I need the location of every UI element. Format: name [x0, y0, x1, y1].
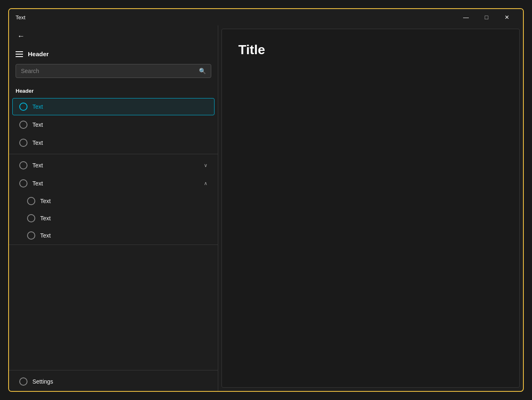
settings-label: Settings [32, 378, 53, 385]
search-box: 🔍 [16, 64, 211, 78]
chevron-down-icon-4: ∨ [204, 162, 208, 168]
app-window: Text — □ ✕ ← Header [8, 8, 524, 392]
sidebar: ← Header 🔍 Header [9, 25, 218, 391]
titlebar: Text — □ ✕ [9, 9, 523, 25]
sub-item-label-3: Text [40, 232, 51, 239]
sub-item-1[interactable]: Text [21, 193, 215, 209]
sub-item-label-2: Text [40, 215, 51, 222]
back-button[interactable]: ← [16, 30, 26, 42]
maximize-button[interactable]: □ [477, 11, 496, 24]
search-icon: 🔍 [199, 68, 206, 74]
main-area: ← Header 🔍 Header [9, 25, 523, 391]
list-item-label-1: Text [32, 103, 43, 110]
content-title: Title [238, 42, 265, 57]
sub-item-2[interactable]: Text [21, 210, 215, 226]
close-button[interactable]: ✕ [498, 11, 516, 24]
radio-icon-sub-1 [27, 197, 35, 205]
list-item-label-3: Text [32, 139, 43, 146]
radio-icon-3 [19, 139, 27, 147]
radio-icon-2 [19, 121, 27, 129]
list-item-label-2: Text [32, 121, 43, 128]
section-header: Header [9, 85, 218, 97]
radio-icon-sub-3 [27, 231, 35, 240]
radio-icon-settings [19, 377, 27, 386]
search-input[interactable] [21, 68, 196, 74]
sidebar-footer: Settings [9, 370, 218, 391]
sidebar-top: ← [9, 25, 218, 47]
list-item-1[interactable]: Text [12, 98, 215, 115]
content-area: Title [221, 29, 520, 388]
section-group-bottom: Text ∨ Text ∧ Text Text [9, 154, 218, 245]
nav-header-area: Header [9, 47, 218, 64]
settings-item[interactable]: Settings [12, 373, 215, 390]
list-item-5[interactable]: Text ∧ [12, 175, 215, 192]
list-item-2[interactable]: Text [12, 116, 215, 133]
chevron-up-icon-5: ∧ [204, 181, 208, 186]
minimize-button[interactable]: — [457, 11, 475, 24]
window-controls: — □ ✕ [457, 11, 516, 24]
sub-item-label-1: Text [40, 198, 51, 204]
nav-header-label: Header [28, 50, 49, 57]
section-group-top: Text Text Text [9, 97, 218, 154]
sub-items-group: Text Text Text [9, 193, 218, 244]
radio-icon-sub-2 [27, 214, 35, 222]
sub-item-3[interactable]: Text [21, 227, 215, 244]
list-item-4[interactable]: Text ∨ [12, 157, 215, 174]
list-item-label-4: Text [32, 162, 43, 169]
radio-icon-5 [19, 179, 27, 187]
window-title: Text [16, 14, 25, 21]
list-item-label-5: Text [32, 180, 43, 187]
radio-icon-1 [19, 103, 27, 111]
list-item-3[interactable]: Text [12, 134, 215, 151]
radio-icon-4 [19, 161, 27, 169]
hamburger-icon[interactable] [16, 51, 23, 57]
